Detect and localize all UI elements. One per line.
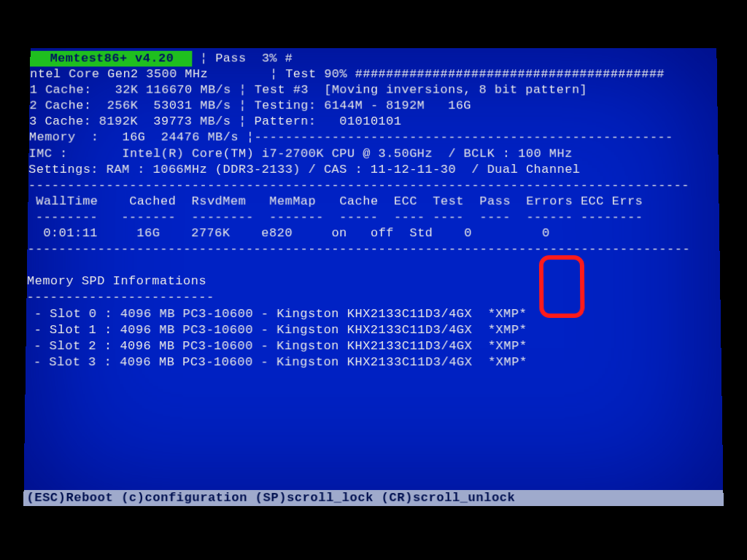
test-bar: ######################################## <box>355 67 665 81</box>
test-number: Test #3 <box>255 83 309 97</box>
separator-top: ----------------------------------------… <box>28 178 715 194</box>
line-imc: IMC : Intel(R) Core(TM) i7-2700K CPU @ 3… <box>28 146 713 162</box>
spd-slot-0: - Slot 0 : 4096 MB PC3-10600 - Kingston … <box>26 306 716 322</box>
line-l3: 3 Cache: 8192K 39773 MB/s ¦ Pattern: 010… <box>29 114 713 130</box>
imc-cpu: Intel(R) Core(TM) i7-2700K CPU @ 3.50GHz <box>122 147 433 160</box>
testing-range: 6144M - 8192M 16G <box>324 99 471 113</box>
line-title: Memtest86+ v4.20 ¦ Pass 3% # <box>30 51 712 67</box>
line-l1: 1 Cache: 32K 116670 MB/s ¦ Test #3 [Movi… <box>30 82 713 98</box>
app-title: Memtest86+ v4.20 <box>30 51 192 67</box>
pass-progress: ¦ Pass 3% # <box>192 52 293 66</box>
line-memory: Memory : 16G 24476 MB/s ¦---------------… <box>29 130 714 146</box>
memtest-console: Memtest86+ v4.20 ¦ Pass 3% # ntel Core G… <box>23 48 724 507</box>
spd-slot-3: - Slot 3 : 4096 MB PC3-10600 - Kingston … <box>26 354 717 370</box>
pattern-value: 01010101 <box>339 114 401 128</box>
spd-slot-2: - Slot 2 : 4096 MB PC3-10600 - Kingston … <box>26 338 716 354</box>
test-desc: [Moving inversions, 8 bit pattern] <box>324 83 587 97</box>
stats-header: WallTime Cached RsvdMem MemMap Cache ECC… <box>28 194 714 210</box>
pass-count: 0 <box>464 226 472 240</box>
footer-text: (ESC)Reboot (c)configuration (SP)scroll_… <box>26 491 515 505</box>
blank1 <box>27 257 716 273</box>
line-cpu: ntel Core Gen2 3500 MHz ¦ Test 90% #####… <box>30 66 713 82</box>
stats-row: 0:01:11 16G 2776K e820 on off Std 0 0 <box>28 225 716 241</box>
line-l2: 2 Cache: 256K 53031 MB/s ¦ Testing: 6144… <box>29 98 713 114</box>
stats-dash: -------- ------- -------- ------- ----- … <box>28 209 715 225</box>
spd-dash: ------------------------ <box>26 289 716 306</box>
spd-title: Memory SPD Informations <box>27 273 716 289</box>
cpu-name: ntel Core Gen2 3500 MHz <box>30 67 208 81</box>
spd-slot-1: - Slot 1 : 4096 MB PC3-10600 - Kingston … <box>26 322 717 338</box>
imc-bclk: BCLK : 100 MHz <box>464 147 573 160</box>
test-pct: 90% <box>324 67 347 81</box>
separator-mid: ----------------------------------------… <box>27 241 715 257</box>
footer-hints[interactable]: (ESC)Reboot (c)configuration (SP)scroll_… <box>23 490 724 506</box>
line-settings: Settings: RAM : 1066MHz (DDR3-2133) / CA… <box>28 162 714 178</box>
